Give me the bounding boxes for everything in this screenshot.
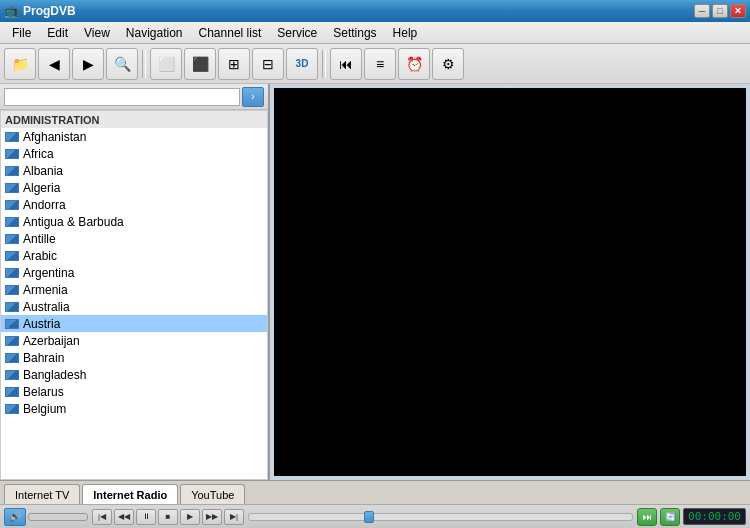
video-display	[274, 88, 746, 476]
flag-icon	[5, 183, 19, 193]
menu-item-edit[interactable]: Edit	[39, 22, 76, 43]
channel-item[interactable]: Andorra	[1, 196, 267, 213]
play-btn[interactable]: ▶	[180, 509, 200, 525]
close-button[interactable]: ✕	[730, 4, 746, 18]
clock-btn[interactable]: ⏰	[398, 48, 430, 80]
flag-icon	[5, 149, 19, 159]
next-btn[interactable]: ▶|	[224, 509, 244, 525]
flag-icon	[5, 234, 19, 244]
layout4-btn[interactable]: ⊟	[252, 48, 284, 80]
menu-item-help[interactable]: Help	[385, 22, 426, 43]
channel-label: Antille	[23, 232, 56, 246]
menu-bar: FileEditViewNavigationChannel listServic…	[0, 22, 750, 44]
flag-icon	[5, 285, 19, 295]
flag-icon	[5, 268, 19, 278]
flag-icon	[5, 370, 19, 380]
left-panel: › ADMINISTRATIONAfghanistanAfricaAlbania…	[0, 84, 270, 480]
minimize-button[interactable]: ─	[694, 4, 710, 18]
flag-icon	[5, 404, 19, 414]
channel-item[interactable]: Belarus	[1, 383, 267, 400]
tab-internet-tv[interactable]: Internet TV	[4, 484, 80, 504]
channel-label: Afghanistan	[23, 130, 86, 144]
search-input[interactable]	[4, 88, 240, 106]
flag-icon	[5, 387, 19, 397]
pause-btn[interactable]: ⏸	[136, 509, 156, 525]
channel-label: Bangladesh	[23, 368, 86, 382]
volume-button[interactable]: 🔊	[4, 508, 26, 526]
menu-item-service[interactable]: Service	[269, 22, 325, 43]
nav-button-2[interactable]: 🔄	[660, 508, 680, 526]
list-btn[interactable]: ≡	[364, 48, 396, 80]
volume-area: 🔊	[4, 508, 88, 526]
channel-item[interactable]: Australia	[1, 298, 267, 315]
channel-label: Africa	[23, 147, 54, 161]
channel-header: ADMINISTRATION	[1, 111, 267, 128]
channel-item[interactable]: Austria	[1, 315, 267, 332]
channel-item[interactable]: Bangladesh	[1, 366, 267, 383]
search-btn[interactable]: 🔍	[106, 48, 138, 80]
main-content: › ADMINISTRATIONAfghanistanAfricaAlbania…	[0, 84, 750, 480]
channel-list[interactable]: ADMINISTRATIONAfghanistanAfricaAlbaniaAl…	[0, 110, 268, 480]
menu-item-navigation[interactable]: Navigation	[118, 22, 191, 43]
menu-item-settings[interactable]: Settings	[325, 22, 384, 43]
nav-button-1[interactable]: ⏭	[637, 508, 657, 526]
seek-thumb[interactable]	[364, 511, 374, 523]
channel-item[interactable]: Afghanistan	[1, 128, 267, 145]
channel-label: Belgium	[23, 402, 66, 416]
channel-label: Bahrain	[23, 351, 64, 365]
menu-item-view[interactable]: View	[76, 22, 118, 43]
layout1-btn[interactable]: ⬜	[150, 48, 182, 80]
seek-bar[interactable]	[248, 513, 633, 521]
maximize-button[interactable]: □	[712, 4, 728, 18]
flag-icon	[5, 166, 19, 176]
channel-item[interactable]: Arabic	[1, 247, 267, 264]
prev-ch-btn[interactable]: ⏮	[330, 48, 362, 80]
channel-label: ADMINISTRATION	[5, 114, 100, 126]
3d-btn[interactable]: 3D	[286, 48, 318, 80]
channel-item[interactable]: Bahrain	[1, 349, 267, 366]
rew-btn[interactable]: ◀◀	[114, 509, 134, 525]
channel-item[interactable]: Antigua & Barbuda	[1, 213, 267, 230]
flag-icon	[5, 302, 19, 312]
channel-label: Andorra	[23, 198, 66, 212]
channel-item[interactable]: Azerbaijan	[1, 332, 267, 349]
menu-item-channel-list[interactable]: Channel list	[191, 22, 270, 43]
flag-icon	[5, 200, 19, 210]
open-btn[interactable]: 📁	[4, 48, 36, 80]
back-btn[interactable]: ◀	[38, 48, 70, 80]
search-bar: ›	[0, 84, 268, 110]
channel-item[interactable]: Armenia	[1, 281, 267, 298]
forward-btn[interactable]: ▶	[72, 48, 104, 80]
channel-item[interactable]: Argentina	[1, 264, 267, 281]
bottom-bar: 🔊 |◀◀◀⏸■▶▶▶▶| ⏭ 🔄 00:00:00	[0, 504, 750, 528]
toolbar: 📁◀▶🔍⬜⬛⊞⊟3D⏮≡⏰⚙	[0, 44, 750, 84]
right-controls: ⏭ 🔄 00:00:00	[637, 508, 746, 526]
channel-label: Argentina	[23, 266, 74, 280]
search-nav-button[interactable]: ›	[242, 87, 264, 107]
settings-btn[interactable]: ⚙	[432, 48, 464, 80]
layout2-btn[interactable]: ⬛	[184, 48, 216, 80]
title-bar-title: 📺 ProgDVB	[4, 4, 76, 18]
channel-item[interactable]: Antille	[1, 230, 267, 247]
channel-label: Antigua & Barbuda	[23, 215, 124, 229]
flag-icon	[5, 217, 19, 227]
channel-item[interactable]: Africa	[1, 145, 267, 162]
app-title: ProgDVB	[23, 4, 76, 18]
tab-bar: Internet TVInternet RadioYouTube	[0, 480, 750, 504]
stop-btn[interactable]: ■	[158, 509, 178, 525]
fwd-btn[interactable]: ▶▶	[202, 509, 222, 525]
volume-slider[interactable]	[28, 513, 88, 521]
prev-btn[interactable]: |◀	[92, 509, 112, 525]
channel-item[interactable]: Albania	[1, 162, 267, 179]
menu-item-file[interactable]: File	[4, 22, 39, 43]
time-display: 00:00:00	[683, 508, 746, 525]
layout3-btn[interactable]: ⊞	[218, 48, 250, 80]
media-buttons: |◀◀◀⏸■▶▶▶▶|	[92, 509, 244, 525]
channel-label: Austria	[23, 317, 60, 331]
tab-internet-radio[interactable]: Internet Radio	[82, 484, 178, 504]
tab-youtube[interactable]: YouTube	[180, 484, 245, 504]
app-icon: 📺	[4, 4, 19, 18]
channel-item[interactable]: Belgium	[1, 400, 267, 417]
right-panel	[270, 84, 750, 480]
channel-item[interactable]: Algeria	[1, 179, 267, 196]
